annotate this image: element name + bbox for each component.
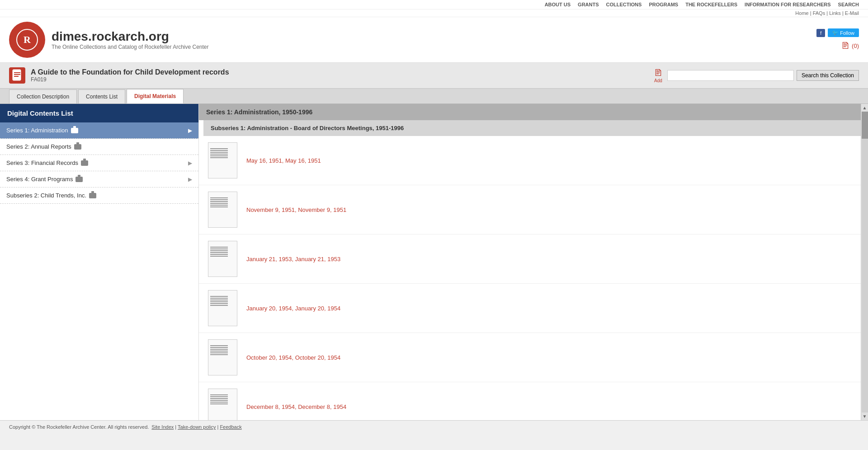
search-collection-button[interactable]: Search this Collection bbox=[797, 70, 859, 81]
twitter-icon: 🐦 bbox=[832, 30, 839, 36]
add-button[interactable]: 🖹 Add bbox=[654, 68, 663, 83]
footer-link-site-index[interactable]: Site Index bbox=[151, 424, 174, 430]
nav-link-about-us[interactable]: ABOUT US bbox=[545, 2, 571, 7]
nav-link-search[interactable]: SEARCH bbox=[838, 2, 859, 7]
link-separator: | bbox=[809, 10, 813, 16]
doc-thumbnail-2[interactable] bbox=[208, 241, 237, 277]
document-item-1: November 9, 1951, November 9, 1951 bbox=[199, 185, 861, 234]
sidebar-item-label-0: Series 1: Administration bbox=[6, 127, 78, 134]
tab-2[interactable]: Digital Materials bbox=[127, 89, 184, 103]
search-collection-input[interactable] bbox=[667, 70, 794, 81]
sidebar-item-0[interactable]: Series 1: Administration▶ bbox=[0, 122, 198, 139]
document-item-3: January 20, 1954, January 20, 1954 bbox=[199, 284, 861, 333]
doc-link-4[interactable]: October 20, 1954, October 20, 1954 bbox=[246, 354, 340, 361]
footer-copyright: Copyright © The Rockefeller Archive Cent… bbox=[9, 424, 149, 430]
scroll-up-arrow[interactable]: ▲ bbox=[861, 104, 868, 112]
nav-link-programs[interactable]: PROGRAMS bbox=[649, 2, 678, 7]
nav-link-the-rockefellers[interactable]: THE ROCKEFELLERS bbox=[685, 2, 737, 7]
add-icon: 🖹 bbox=[654, 68, 663, 78]
series-header: Series 1: Administration, 1950-1996 bbox=[199, 104, 861, 120]
expand-arrow-0: ▶ bbox=[188, 127, 192, 134]
sidebar-item-label-1: Series 2: Annual Reports bbox=[6, 143, 81, 150]
footer-link-take-down-policy[interactable]: Take-down policy bbox=[178, 424, 216, 430]
scroll-thumb[interactable] bbox=[862, 112, 868, 139]
sidebar-item-label-2: Series 3: Financial Records bbox=[6, 159, 88, 166]
sidebar-item-text-2: Series 3: Financial Records bbox=[6, 159, 78, 166]
footer: Copyright © The Rockefeller Archive Cent… bbox=[0, 420, 868, 433]
doc-link-5[interactable]: December 8, 1954, December 8, 1954 bbox=[246, 403, 346, 410]
site-subtitle: The Online Collections and Catalog of Ro… bbox=[52, 44, 209, 50]
svg-text:R: R bbox=[24, 34, 31, 45]
document-item-5: December 8, 1954, December 8, 1954 bbox=[199, 382, 861, 420]
doc-link-0[interactable]: May 16, 1951, May 16, 1951 bbox=[246, 157, 321, 164]
document-item-0: May 16, 1951, May 16, 1951 bbox=[199, 136, 861, 185]
scrollbar[interactable]: ▲ ▼ bbox=[861, 104, 868, 420]
follow-button[interactable]: 🐦 Follow bbox=[828, 28, 859, 37]
expand-arrow-3: ▶ bbox=[188, 176, 192, 183]
site-logo: R bbox=[9, 22, 45, 58]
nav-link-grants[interactable]: GRANTS bbox=[578, 2, 599, 7]
tabs-bar: Collection DescriptionContents ListDigit… bbox=[0, 89, 868, 104]
expand-arrow-2: ▶ bbox=[188, 160, 192, 166]
sidebar-item-2[interactable]: Series 3: Financial Records▶ bbox=[0, 155, 198, 171]
doc-link-3[interactable]: January 20, 1954, January 20, 1954 bbox=[246, 305, 340, 312]
doc-link-1[interactable]: November 9, 1951, November 9, 1951 bbox=[246, 206, 346, 213]
sidebar-item-text-3: Series 4: Grant Programs bbox=[6, 176, 73, 183]
content-area: Series 1: Administration, 1950-1996 Subs… bbox=[199, 104, 861, 420]
sidebar-item-1[interactable]: Series 2: Annual Reports bbox=[0, 139, 198, 155]
add-label: Add bbox=[654, 78, 662, 83]
facebook-button[interactable]: f bbox=[816, 29, 825, 37]
document-item-4: October 20, 1954, October 20, 1954 bbox=[199, 333, 861, 382]
sidebar-item-label-4: Subseries 2: Child Trends, Inc. bbox=[6, 192, 96, 199]
subseries-header: Subseries 1: Administration - Board of D… bbox=[203, 120, 861, 136]
secondary-link-e-mail[interactable]: E-Mail bbox=[845, 10, 859, 16]
sidebar-item-3[interactable]: Series 4: Grant Programs▶ bbox=[0, 171, 198, 188]
doc-thumbnail-4[interactable] bbox=[208, 339, 237, 375]
doc-thumbnail-5[interactable] bbox=[208, 389, 237, 420]
site-title-text: dimes.rockarch.org bbox=[52, 29, 209, 44]
sidebar-item-text-0: Series 1: Administration bbox=[6, 127, 68, 134]
secondary-link-faqs[interactable]: FAQs bbox=[813, 10, 826, 16]
cart-button[interactable]: 🖹 (0) bbox=[841, 41, 859, 51]
sidebar-item-label-3: Series 4: Grant Programs bbox=[6, 176, 83, 183]
sidebar-header: Digital Contents List bbox=[0, 104, 198, 122]
camera-icon-1 bbox=[74, 144, 81, 150]
top-nav: ABOUT USGRANTSCOLLECTIONSPROGRAMSTHE ROC… bbox=[545, 2, 859, 7]
sidebar-item-4[interactable]: Subseries 2: Child Trends, Inc. bbox=[0, 188, 198, 204]
tab-0[interactable]: Collection Description bbox=[9, 89, 77, 103]
scroll-track[interactable] bbox=[862, 112, 868, 412]
scroll-down-arrow[interactable]: ▼ bbox=[861, 412, 868, 420]
secondary-link-links[interactable]: Links bbox=[829, 10, 841, 16]
camera-icon-2 bbox=[81, 160, 88, 166]
cart-icon: 🖹 bbox=[841, 41, 850, 51]
footer-link-feedback[interactable]: Feedback bbox=[220, 424, 241, 430]
secondary-link-home[interactable]: Home bbox=[795, 10, 808, 16]
link-separator: | bbox=[841, 10, 845, 16]
camera-icon-3 bbox=[75, 177, 83, 182]
footer-sep-0: | bbox=[174, 424, 178, 430]
doc-thumbnail-3[interactable] bbox=[208, 290, 237, 326]
document-item-2: January 21, 1953, January 21, 1953 bbox=[199, 234, 861, 284]
documents-list: May 16, 1951, May 16, 1951November 9, 19… bbox=[199, 136, 861, 420]
site-title: dimes.rockarch.org The Online Collection… bbox=[52, 29, 209, 50]
follow-label: Follow bbox=[840, 30, 854, 36]
nav-link-collections[interactable]: COLLECTIONS bbox=[606, 2, 642, 7]
guide-title-area: A Guide to the Foundation for Child Deve… bbox=[31, 68, 229, 83]
doc-thumbnail-1[interactable] bbox=[208, 192, 237, 228]
sidebar-item-text-4: Subseries 2: Child Trends, Inc. bbox=[6, 192, 86, 199]
cart-count: (0) bbox=[852, 42, 859, 49]
guide-icon bbox=[9, 67, 25, 84]
camera-icon-0 bbox=[71, 128, 78, 133]
sidebar-item-text-1: Series 2: Annual Reports bbox=[6, 143, 71, 150]
link-separator: | bbox=[825, 10, 829, 16]
guide-title: A Guide to the Foundation for Child Deve… bbox=[31, 68, 229, 76]
nav-link-information-for-researchers[interactable]: INFORMATION FOR RESEARCHERS bbox=[745, 2, 830, 7]
guide-id: FA019 bbox=[31, 76, 229, 83]
camera-icon-4 bbox=[89, 193, 96, 198]
tab-1[interactable]: Contents List bbox=[78, 89, 125, 103]
doc-link-2[interactable]: January 21, 1953, January 21, 1953 bbox=[246, 256, 340, 262]
doc-thumbnail-0[interactable] bbox=[208, 142, 237, 178]
footer-links: Site Index | Take-down policy | Feedback bbox=[151, 424, 241, 430]
sidebar-items: Series 1: Administration▶Series 2: Annua… bbox=[0, 122, 198, 204]
